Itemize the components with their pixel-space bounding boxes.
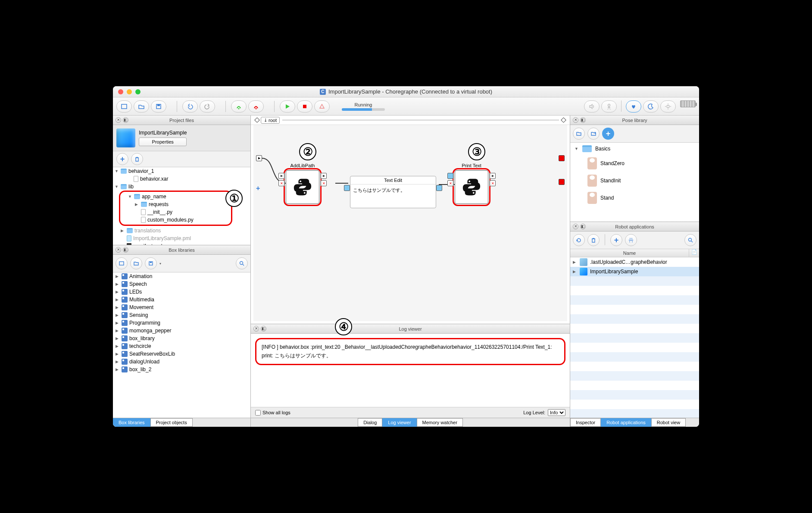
- boxlib-item[interactable]: ▶box_lib_2: [113, 366, 250, 373]
- log-level-select[interactable]: Info: [548, 409, 565, 416]
- zoom-window-button[interactable]: [135, 89, 141, 94]
- port-out-done-2[interactable]: [490, 173, 496, 179]
- boxlib-item[interactable]: ▶Sensing: [113, 311, 250, 319]
- node-print-text[interactable]: Print Text: [455, 170, 488, 204]
- tab-box-libraries[interactable]: Box libraries: [113, 418, 150, 427]
- minimize-window-button[interactable]: [127, 89, 132, 94]
- pose-item[interactable]: StandZero: [570, 155, 699, 172]
- refresh-apps-button[interactable]: [573, 234, 585, 246]
- flow-canvas[interactable]: ▶ + ② AddLibPath: [251, 125, 570, 324]
- tree-folder-translations[interactable]: ▶translations: [113, 227, 250, 235]
- life-button[interactable]: [626, 100, 641, 113]
- add-app-button[interactable]: +: [610, 234, 622, 246]
- open-boxlib-button[interactable]: [130, 257, 142, 269]
- tree-folder-appname[interactable]: ▼app_name: [120, 193, 231, 200]
- close-panel-button[interactable]: ✕: [116, 117, 121, 123]
- breadcrumb-root[interactable]: ⤓root: [261, 117, 280, 124]
- port-out-stopped[interactable]: [321, 180, 327, 186]
- boxlib-item[interactable]: ▶Speech: [113, 280, 250, 288]
- volume-button[interactable]: [584, 100, 600, 113]
- search-boxlib-button[interactable]: [236, 257, 248, 269]
- debug-button[interactable]: [314, 100, 330, 113]
- tab-dialog[interactable]: Dialog: [358, 418, 382, 427]
- tree-file-init[interactable]: __init__.py: [120, 208, 231, 216]
- delete-app-button[interactable]: [587, 234, 600, 246]
- tab-robot-applications[interactable]: Robot applications: [601, 418, 651, 427]
- connect-button[interactable]: [231, 100, 247, 113]
- new-boxlib-button[interactable]: [116, 257, 128, 269]
- node-addlibpath[interactable]: AddLibPath: [286, 170, 319, 204]
- play-button[interactable]: [280, 100, 295, 113]
- tree-file-behavior-xar[interactable]: behavior.xar: [113, 175, 250, 183]
- disconnect-button[interactable]: [248, 100, 264, 113]
- detach-panel-button[interactable]: ◧: [123, 117, 128, 123]
- tree-file-pml[interactable]: ImportLibrarySample.pml: [113, 235, 250, 242]
- port-out-stopped-2[interactable]: [490, 180, 496, 186]
- close-boxlib-button[interactable]: ✕: [116, 247, 121, 253]
- delete-file-button[interactable]: [131, 153, 143, 165]
- save-project-button[interactable]: [151, 100, 166, 113]
- stop-button[interactable]: [297, 100, 312, 113]
- add-pose-button[interactable]: +: [602, 128, 614, 140]
- tab-project-objects[interactable]: Project objects: [150, 418, 193, 427]
- robotapp-row[interactable]: ▶.lastUploadedC…grapheBehavior: [570, 257, 699, 267]
- port-out-done[interactable]: [321, 173, 327, 179]
- port-in-start[interactable]: [278, 173, 284, 179]
- text-edit-in[interactable]: [344, 185, 350, 191]
- wakeup-button[interactable]: [660, 100, 676, 113]
- show-all-logs-checkbox[interactable]: [255, 410, 261, 416]
- boxlib-item[interactable]: ▶momonga_pepper: [113, 327, 250, 335]
- port-in-data[interactable]: [447, 173, 453, 179]
- detach-boxlib-button[interactable]: ◧: [123, 247, 128, 253]
- properties-button[interactable]: Properties: [139, 138, 187, 146]
- boxlib-item[interactable]: ▶Movement: [113, 303, 250, 311]
- boxlib-item[interactable]: ▶Animation: [113, 272, 250, 280]
- port-in-stop[interactable]: [278, 180, 284, 186]
- boxlib-item[interactable]: ▶techcircle: [113, 342, 250, 350]
- pose-folder-basics[interactable]: ▼Basics: [570, 143, 699, 155]
- search-apps-button[interactable]: [684, 234, 696, 246]
- pose-item[interactable]: StandInit: [570, 172, 699, 189]
- new-project-button[interactable]: [116, 100, 132, 113]
- tab-inspector[interactable]: Inspector: [570, 418, 601, 427]
- close-log-button[interactable]: ✕: [253, 326, 259, 332]
- boxlib-item[interactable]: ▶box_library: [113, 335, 250, 342]
- node-text-edit[interactable]: Text Edit こちらはサンプルです。: [350, 176, 436, 208]
- robotapp-col-name[interactable]: Name: [570, 249, 689, 257]
- text-edit-out[interactable]: [436, 185, 442, 191]
- boxlib-item[interactable]: ▶dialogUnload: [113, 358, 250, 366]
- boxlib-item[interactable]: ▶Programming: [113, 319, 250, 327]
- tree-folder-requests[interactable]: ▶requests: [120, 200, 231, 208]
- exit-port-2[interactable]: [559, 179, 565, 185]
- tree-folder-behavior1[interactable]: ▼behavior_1: [113, 167, 250, 175]
- boxlib-item[interactable]: ▶SeatReserveBoxLib: [113, 350, 250, 358]
- open-project-button[interactable]: [134, 100, 149, 113]
- close-window-button[interactable]: [118, 89, 123, 94]
- tree-folder-lib[interactable]: ▼lib: [113, 183, 250, 191]
- tab-log-viewer[interactable]: Log viewer: [382, 418, 416, 427]
- tab-robot-view[interactable]: Robot view: [651, 418, 686, 427]
- save-boxlib-button[interactable]: [145, 257, 157, 269]
- undo-button[interactable]: [182, 100, 198, 113]
- text-edit-content[interactable]: こちらはサンプルです。: [350, 185, 436, 208]
- tab-memory-watcher[interactable]: Memory watcher: [417, 418, 463, 427]
- boxlib-item[interactable]: ▶Multimedia: [113, 296, 250, 303]
- rest-button[interactable]: [643, 100, 659, 113]
- tree-file-manifest[interactable]: manifest.xml: [113, 242, 250, 245]
- boxlib-item[interactable]: ▶LEDs: [113, 288, 250, 296]
- exit-port[interactable]: [559, 155, 565, 161]
- detach-robotapp-button[interactable]: ◧: [580, 224, 586, 229]
- robotapp-row[interactable]: ▶ImportLibrarySample: [570, 267, 699, 276]
- redo-button[interactable]: [200, 100, 215, 113]
- pose-item[interactable]: Stand: [570, 189, 699, 206]
- detach-pose-button[interactable]: ◧: [580, 117, 586, 123]
- close-robotapp-button[interactable]: ✕: [573, 224, 578, 229]
- detach-log-button[interactable]: ◧: [261, 326, 266, 332]
- app-settings-button[interactable]: [625, 234, 637, 246]
- export-pose-button[interactable]: [587, 128, 600, 140]
- stiffness-button[interactable]: [601, 100, 617, 113]
- close-pose-button[interactable]: ✕: [573, 117, 578, 123]
- add-file-button[interactable]: +: [116, 153, 128, 165]
- open-pose-button[interactable]: [573, 128, 585, 140]
- port-in-stop-2[interactable]: [447, 180, 453, 186]
